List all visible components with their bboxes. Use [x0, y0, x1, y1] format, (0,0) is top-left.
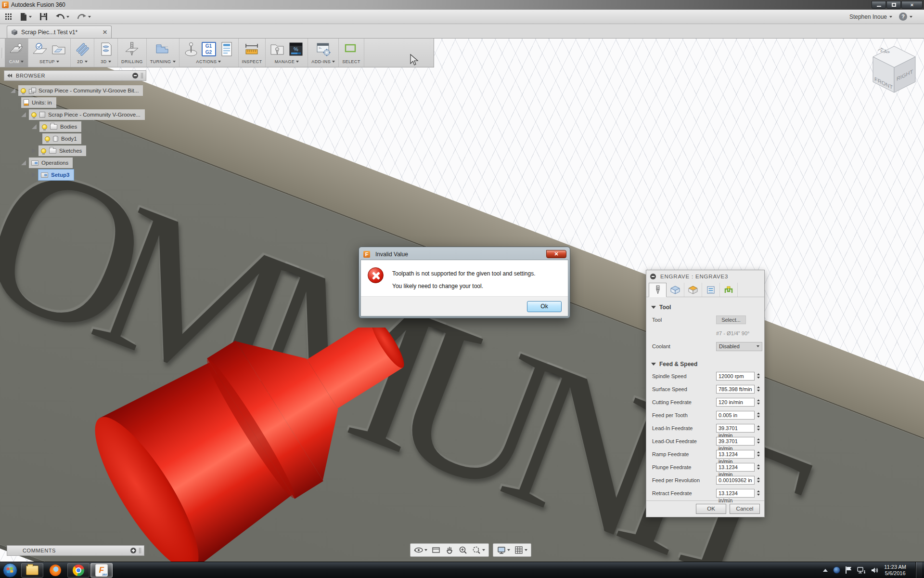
tree-item-component[interactable]: Scrap Piece - Community V-Groove... — [21, 109, 146, 120]
ribbon-group-3d[interactable]: 3D — [94, 39, 118, 67]
taskbar-explorer-button[interactable] — [21, 563, 43, 578]
tab-tool[interactable] — [649, 283, 667, 297]
help-menu[interactable]: ? — [899, 13, 912, 21]
zoom-window-button[interactable] — [470, 544, 487, 556]
engrave-minimize-icon[interactable] — [650, 274, 656, 279]
grid-settings-button[interactable] — [513, 544, 529, 556]
browser-minimize-icon[interactable] — [132, 73, 138, 79]
taskbar-fusion-button[interactable]: F360 — [90, 563, 113, 578]
tree-item-setup3[interactable]: Setup3 — [32, 170, 146, 180]
tray-show-hidden-icon[interactable] — [823, 569, 828, 572]
ramp-feedrate-input[interactable]: 13.1234 in/min — [716, 450, 755, 459]
comments-header[interactable]: COMMENTS — [7, 545, 144, 556]
spinner[interactable] — [756, 476, 761, 485]
expander-collapsed-icon[interactable] — [32, 148, 36, 153]
feed-per-tooth-input[interactable]: 0.005 in — [716, 411, 755, 420]
display-settings-button[interactable] — [495, 544, 512, 556]
visibility-bulb-icon[interactable] — [42, 124, 47, 130]
minimize-button[interactable] — [872, 1, 886, 9]
tab-linking[interactable] — [720, 283, 738, 297]
user-menu[interactable]: Stephen Inoue — [849, 13, 892, 20]
expander-expanded-icon[interactable] — [11, 88, 15, 93]
ribbon-group-turning[interactable]: TURNING — [147, 39, 180, 67]
dialog-ok-button[interactable]: Ok — [527, 301, 562, 312]
add-comment-icon[interactable] — [130, 548, 136, 553]
zoom-button[interactable] — [457, 544, 469, 556]
tray-app-icon[interactable] — [833, 566, 840, 574]
ribbon-group-inspect[interactable]: INSPECT — [239, 39, 266, 67]
3d-viewport[interactable]: OMMUNIT — [0, 39, 924, 562]
lead-in-feedrate-input[interactable]: 39.3701 in/min — [716, 424, 755, 433]
volume-icon[interactable] — [871, 567, 879, 574]
redo-button[interactable] — [77, 13, 91, 21]
start-button[interactable] — [3, 563, 17, 578]
file-menu-button[interactable] — [20, 13, 32, 21]
tool-section-header[interactable]: Tool — [646, 302, 764, 313]
feed-section-header[interactable]: Feed & Speed — [646, 359, 764, 369]
ribbon-group-2d[interactable]: 2D — [71, 39, 94, 67]
tab-geometry[interactable] — [667, 283, 684, 297]
save-button[interactable] — [39, 13, 48, 21]
pan-button[interactable] — [443, 544, 456, 556]
engrave-header[interactable]: ENGRAVE : ENGRAVE3 — [646, 270, 764, 283]
tree-item-operations[interactable]: Operations — [21, 158, 146, 168]
tab-close-icon[interactable]: ✕ — [103, 29, 107, 36]
comments-grip[interactable] — [139, 548, 141, 553]
spinner[interactable] — [756, 450, 761, 459]
visibility-bulb-icon[interactable] — [21, 88, 26, 93]
retract-feedrate-input[interactable]: 13.1234 in/min — [716, 489, 755, 498]
spinner[interactable] — [756, 463, 761, 472]
cutting-tool-model[interactable] — [43, 328, 419, 562]
tree-item-bodies[interactable]: Bodies — [32, 121, 146, 132]
lead-out-feedrate-input[interactable]: 39.3701 in/min — [716, 437, 755, 446]
spinner[interactable] — [756, 385, 761, 394]
coolant-dropdown[interactable]: Disabled — [716, 342, 762, 351]
app-grid-button[interactable] — [5, 13, 12, 20]
view-cube[interactable]: TOP FRONT RIGHT — [867, 41, 921, 97]
tree-item-units[interactable]: Units: in — [21, 97, 146, 108]
close-button[interactable]: × — [901, 1, 923, 9]
undo-button[interactable] — [55, 13, 69, 21]
tool-select-button[interactable]: Select... — [716, 315, 746, 324]
dialog-title-bar[interactable]: F Invalid Value ✕ — [360, 249, 568, 260]
ribbon-group-cam[interactable]: CAM — [5, 39, 28, 67]
orbit-button[interactable] — [412, 544, 429, 556]
expander-expanded-icon[interactable] — [21, 112, 26, 117]
ribbon-group-setup[interactable]: SETUP — [28, 39, 71, 67]
browser-header[interactable]: BROWSER — [4, 70, 146, 81]
tree-item-body1[interactable]: Body1 — [42, 133, 146, 144]
taskbar-chrome-button[interactable] — [67, 563, 90, 578]
taskbar-clock[interactable]: 11:23 AM 5/6/2016 — [884, 564, 906, 577]
spinner[interactable] — [756, 489, 761, 498]
engrave-cancel-button[interactable]: Cancel — [730, 504, 760, 514]
expander-expanded-icon[interactable] — [21, 160, 26, 165]
visibility-bulb-icon[interactable] — [45, 136, 50, 142]
visibility-bulb-icon[interactable] — [31, 112, 37, 118]
ribbon-group-select[interactable]: SELECT — [339, 39, 364, 67]
show-desktop-button[interactable] — [915, 562, 922, 578]
ribbon-grip[interactable] — [0, 39, 5, 67]
look-at-button[interactable] — [430, 544, 442, 556]
dialog-close-button[interactable]: ✕ — [546, 250, 566, 258]
engrave-ok-button[interactable]: OK — [696, 504, 726, 514]
expander-expanded-icon[interactable] — [32, 124, 37, 129]
surface-speed-input[interactable]: 785.398 ft/min — [716, 385, 755, 394]
tab-heights[interactable] — [684, 283, 702, 297]
plunge-feedrate-input[interactable]: 13.1234 in/min — [716, 463, 755, 472]
tree-item-root[interactable]: Scrap Piece - Community V-Groove Bit... — [11, 85, 146, 96]
ribbon-group-addins[interactable]: >- ADD-INS — [308, 39, 339, 67]
feed-per-revolution-input[interactable]: 0.00109362 in — [716, 476, 755, 485]
tree-item-sketches[interactable]: Sketches — [32, 145, 146, 156]
spinner[interactable] — [756, 372, 761, 381]
visibility-bulb-icon[interactable] — [41, 148, 46, 154]
spinner[interactable] — [756, 437, 761, 446]
expander-collapsed-icon[interactable] — [32, 172, 36, 177]
tab-passes[interactable] — [702, 283, 720, 297]
document-tab[interactable]: Scrap Piec...t Test v1* ✕ — [7, 26, 112, 38]
ribbon-group-drilling[interactable]: DRILLING — [118, 39, 147, 67]
ribbon-group-actions[interactable]: G1G2 ACTIONS — [180, 39, 239, 67]
spindle-speed-input[interactable]: 12000 rpm — [716, 372, 755, 381]
cutting-feedrate-input[interactable]: 120 in/min — [716, 398, 755, 407]
browser-grip[interactable] — [141, 73, 143, 79]
spinner[interactable] — [756, 398, 761, 407]
